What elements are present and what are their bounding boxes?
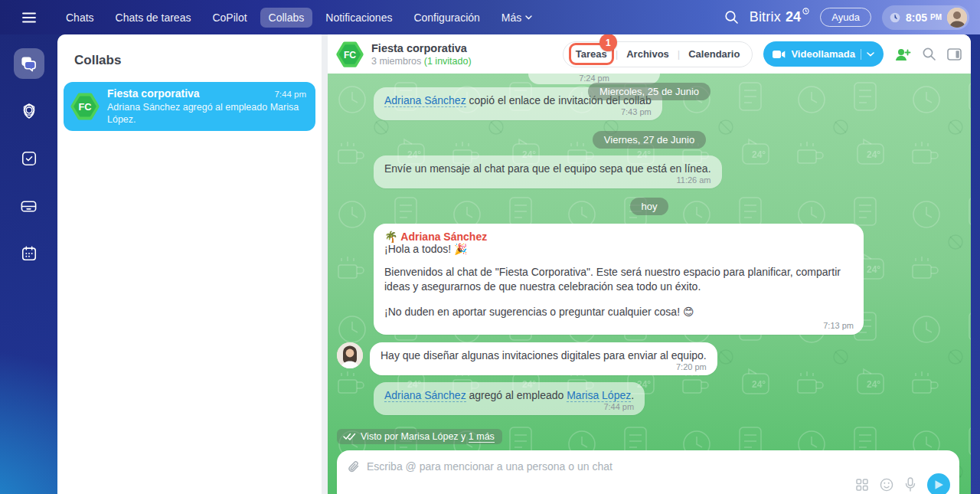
- chat-title[interactable]: Fiesta corporativa: [371, 41, 472, 55]
- user-avatar[interactable]: [947, 8, 967, 28]
- date-pill: Viernes, 27 de Junio: [593, 131, 706, 149]
- nav-collabs[interactable]: Collabs: [260, 8, 313, 28]
- sticky-date-pill: Miercoles, 25 de Junio: [588, 83, 710, 100]
- chat-tabs: Tareas 1 | Archivos | Calendario: [563, 41, 753, 67]
- tab-calendario[interactable]: Calendario: [688, 48, 740, 60]
- clock-logo-icon: [802, 8, 809, 15]
- chat-search-icon[interactable]: [922, 47, 936, 61]
- message-bubble: Hay que diseñar algunas invitaciones dig…: [370, 342, 717, 375]
- collab-avatar: FC: [70, 91, 100, 122]
- chat-members[interactable]: 3 miembros (1 invitado): [371, 56, 472, 67]
- chat-item-preview: Adriana Sánchez agregó al empleado Maris…: [107, 101, 306, 126]
- svg-text:FC: FC: [78, 101, 91, 113]
- help-button[interactable]: Ayuda: [820, 8, 871, 27]
- calendar-icon: [21, 245, 38, 262]
- message-time: 7:43 pm: [384, 107, 652, 116]
- rail-drive[interactable]: [14, 191, 44, 221]
- left-rail: [0, 34, 57, 494]
- messenger-icon: [20, 55, 38, 73]
- attach-file-icon[interactable]: [348, 460, 360, 473]
- palm-emoji: 🌴: [384, 231, 400, 243]
- clock-time: 8:05: [906, 11, 927, 24]
- nav-notificaciones[interactable]: Notificaciones: [317, 8, 400, 28]
- tutorial-step-badge: 1: [599, 34, 617, 51]
- sender-avatar[interactable]: [337, 342, 363, 368]
- top-bar: Chats Chats de tareas CoPilot Collabs No…: [0, 0, 980, 34]
- chat-list-item-fiesta-corporativa[interactable]: FC Fiesta corporativa 7:44 pm Adriana Sá…: [64, 82, 315, 131]
- top-nav: Chats Chats de tareas CoPilot Collabs No…: [57, 8, 541, 28]
- message-input[interactable]: [367, 460, 949, 473]
- tasks-icon: [21, 150, 38, 167]
- svg-text:FC: FC: [344, 49, 356, 60]
- chevron-down-icon: [525, 15, 532, 20]
- chat-panel: FC Fiesta corporativa 3 miembros (1 invi…: [328, 34, 971, 494]
- message-time: 7:13 pm: [823, 321, 854, 330]
- rail-messenger[interactable]: [14, 48, 44, 79]
- emoji-icon[interactable]: [880, 478, 893, 492]
- chevron-down-icon[interactable]: [867, 52, 874, 57]
- send-icon: [934, 479, 944, 490]
- video-camera-icon: [773, 50, 786, 59]
- panel-divider: [322, 34, 328, 494]
- nav-chats[interactable]: Chats: [57, 8, 103, 28]
- nav-mas[interactable]: Más: [493, 8, 541, 28]
- send-button[interactable]: [927, 473, 950, 494]
- apps-grid-icon[interactable]: [856, 479, 868, 491]
- microphone-icon[interactable]: [905, 477, 916, 492]
- message-paragraph: ¡No duden en aportar sugerencias o pregu…: [384, 305, 853, 319]
- message-line: ¡Hola a todos! 🎉: [384, 243, 853, 255]
- user-link[interactable]: Marisa López: [567, 389, 631, 402]
- chat-item-name: Fiesta corporativa: [107, 87, 274, 100]
- seen-more-link[interactable]: 1 más: [469, 431, 495, 443]
- message-author[interactable]: Adriana Sánchez: [400, 231, 487, 243]
- copilot-icon: [21, 103, 38, 119]
- invited-count: (1 invitado): [424, 56, 472, 67]
- user-status-pill[interactable]: 8:05 PM: [882, 5, 969, 30]
- seen-status: Visto por Marisa López y 1 más: [337, 429, 502, 444]
- drive-icon: [20, 198, 38, 215]
- nav-configuracion[interactable]: Configuración: [405, 8, 488, 28]
- message-composer: [337, 450, 959, 494]
- system-message: Envíe un mensaje al chat para que el equ…: [374, 155, 722, 188]
- system-message: Adriana Sánchez agregó al empleado Maris…: [374, 382, 645, 415]
- nav-copilot[interactable]: CoPilot: [204, 8, 255, 28]
- tab-tareas[interactable]: Tareas 1: [576, 48, 607, 60]
- rail-tasks[interactable]: [14, 143, 44, 174]
- hamburger-menu-icon[interactable]: [0, 12, 57, 23]
- message-paragraph: Bienvenidos al chat de "Fiesta Corporati…: [384, 265, 853, 295]
- video-call-button[interactable]: Videollamada: [763, 41, 884, 67]
- nav-chats-de-tareas[interactable]: Chats de tareas: [107, 8, 200, 28]
- message-time: 11:26 am: [384, 175, 711, 185]
- user-link[interactable]: Adriana Sánchez: [384, 94, 466, 107]
- user-link[interactable]: Adriana Sánchez: [384, 389, 466, 402]
- bitrix24-logo: Bitrix24: [750, 9, 810, 25]
- message-bubble: 🌴 Adriana Sánchez ¡Hola a todos! 🎉 Bienv…: [374, 224, 864, 335]
- collabs-panel-title: Collabs: [57, 34, 322, 82]
- clock-meridiem: PM: [930, 13, 942, 21]
- invite-user-icon[interactable]: [894, 47, 911, 61]
- rail-calendar[interactable]: [14, 238, 44, 269]
- workspace: Collabs FC Fiesta corporativa 7:44 pm Ad…: [57, 34, 971, 494]
- chat-header: FC Fiesta corporativa 3 miembros (1 invi…: [328, 34, 971, 74]
- message-time: 7:44 pm: [384, 402, 634, 411]
- double-check-icon: [343, 433, 356, 440]
- rail-copilot[interactable]: [14, 96, 44, 126]
- chat-message-area[interactable]: 24° 7:24 pm Miercoles, 25 de Junio: [328, 74, 971, 494]
- date-pill-today: hoy: [630, 198, 669, 215]
- message-time: 7:20 pm: [381, 362, 707, 371]
- tab-archivos[interactable]: Archivos: [626, 48, 669, 60]
- collabs-panel: Collabs FC Fiesta corporativa 7:44 pm Ad…: [57, 34, 322, 494]
- side-panel-toggle-icon[interactable]: [947, 48, 962, 61]
- clock-icon: [890, 12, 900, 23]
- chat-item-time: 7:44 pm: [274, 90, 306, 99]
- chat-header-avatar: FC: [335, 40, 364, 69]
- global-search-icon[interactable]: [724, 10, 739, 25]
